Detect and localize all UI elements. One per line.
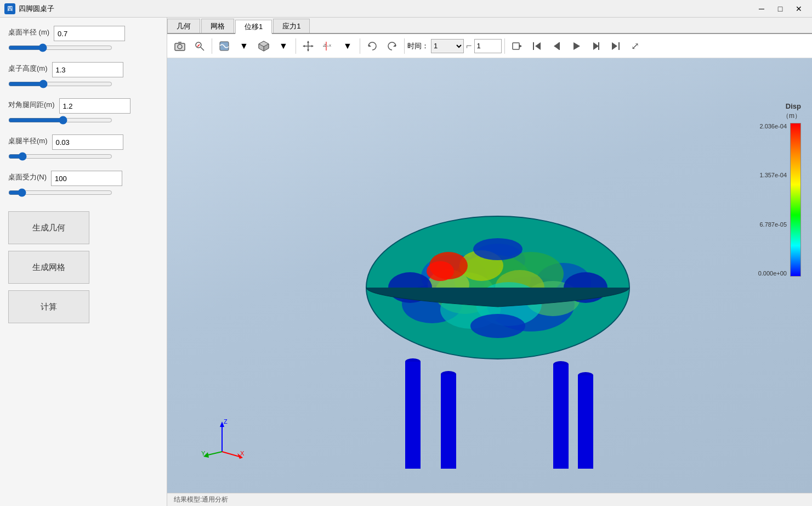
- time-label: 时间：: [407, 41, 429, 51]
- tab-displacement[interactable]: 位移1: [235, 20, 272, 34]
- param-leg-radius-input[interactable]: [52, 134, 123, 150]
- svg-text:x: x: [329, 43, 331, 48]
- step-input[interactable]: [474, 39, 502, 53]
- colorbar: Disp （m） 2.036e-04 1.357e-04 6.787e-05 0…: [785, 102, 801, 277]
- param-leg-distance-input[interactable]: [59, 98, 130, 114]
- param-load: 桌面受力(N): [8, 171, 158, 199]
- param-table-radius-slider[interactable]: [8, 43, 112, 52]
- param-leg-radius: 桌腿半径(m): [8, 134, 158, 163]
- svg-rect-38: [405, 362, 421, 469]
- svg-marker-15: [303, 45, 305, 47]
- close-button[interactable]: ✕: [790, 1, 808, 16]
- param-load-label: 桌面受力(N): [8, 172, 47, 182]
- param-table-height-input[interactable]: [52, 62, 123, 77]
- gen-mesh-button[interactable]: 生成网格: [8, 251, 89, 284]
- svg-point-68: [473, 238, 523, 260]
- param-table-height-label: 桌子高度(m): [8, 64, 48, 74]
- param-table-radius: 桌面半径 (m): [8, 26, 158, 54]
- tab-stress[interactable]: 应力1: [273, 19, 310, 33]
- param-table-radius-input[interactable]: [54, 26, 125, 41]
- rotate-dropdown[interactable]: ▼: [338, 37, 357, 55]
- param-table-radius-label: 桌面半径 (m): [8, 27, 49, 37]
- viewport: Z X Y Disp （m） 2.036e-04 1.357e-04: [167, 58, 812, 493]
- move-button[interactable]: [299, 37, 317, 55]
- search-button[interactable]: [190, 37, 209, 55]
- sep1: [212, 38, 212, 54]
- 3d-table-view: [279, 117, 662, 469]
- colorbar-mid-label: 1.357e-04: [759, 172, 787, 178]
- svg-point-67: [470, 314, 525, 338]
- left-panel: 桌面半径 (m) 桌子高度(m) 对角腿间距(m) 桌腿半径(m): [0, 18, 167, 506]
- sep2: [296, 38, 296, 54]
- statusbar: 结果模型:通用分析: [167, 493, 812, 506]
- step-back-button[interactable]: [547, 37, 566, 55]
- svg-text:Y: Y: [201, 450, 206, 457]
- status-text: 结果模型:通用分析: [174, 495, 228, 504]
- app-title: 四脚圆桌子: [19, 4, 54, 14]
- param-leg-distance: 对角腿间距(m): [8, 98, 158, 127]
- gen-geometry-button[interactable]: 生成几何: [8, 211, 89, 244]
- expand-button[interactable]: ⤢: [626, 37, 645, 55]
- param-leg-radius-slider[interactable]: [8, 152, 112, 161]
- titlebar: 四 四脚圆桌子 ─ □ ✕: [0, 0, 812, 18]
- titlebar-controls: ─ □ ✕: [753, 1, 808, 16]
- svg-marker-24: [519, 44, 522, 48]
- step-sep: ⌐: [466, 40, 472, 52]
- svg-marker-13: [307, 41, 309, 43]
- app-icon: 四: [4, 3, 15, 14]
- skip-start-button[interactable]: [527, 37, 546, 55]
- svg-marker-29: [573, 42, 580, 50]
- surface-button[interactable]: [215, 37, 234, 55]
- main-container: 桌面半径 (m) 桌子高度(m) 对角腿间距(m) 桌腿半径(m): [0, 18, 812, 506]
- svg-text:Z: Z: [224, 418, 228, 425]
- compute-button[interactable]: 计算: [8, 290, 89, 323]
- svg-rect-23: [513, 43, 519, 49]
- svg-rect-35: [553, 364, 569, 469]
- svg-marker-26: [535, 42, 541, 50]
- undo-button[interactable]: [383, 37, 401, 55]
- sep4: [404, 38, 405, 54]
- tab-bar: 几何 网格 位移1 应力1: [167, 18, 812, 34]
- param-table-height-slider[interactable]: [8, 80, 112, 88]
- svg-marker-22: [393, 44, 396, 47]
- param-load-slider[interactable]: [8, 188, 112, 197]
- time-control: 时间： 1 ⌐: [407, 39, 502, 53]
- svg-rect-44: [441, 374, 456, 469]
- svg-marker-27: [554, 42, 559, 50]
- param-load-input[interactable]: [51, 171, 122, 186]
- param-table-height: 桌子高度(m): [8, 62, 158, 91]
- camera-view-button[interactable]: [508, 37, 526, 55]
- svg-line-4: [201, 47, 204, 50]
- rotate-xy-button[interactable]: Z x: [319, 37, 337, 55]
- svg-rect-41: [578, 375, 593, 469]
- time-select[interactable]: 1: [431, 39, 464, 53]
- param-leg-radius-label: 桌腿半径(m): [8, 136, 48, 146]
- tab-geometry[interactable]: 几何: [167, 19, 200, 33]
- colorbar-low-label: 6.787e-05: [759, 221, 787, 228]
- sep5: [504, 38, 505, 54]
- colorbar-unit: （m）: [782, 111, 801, 121]
- toolbar: ▼ ▼: [167, 34, 812, 58]
- svg-point-64: [427, 261, 454, 281]
- play-button[interactable]: [567, 37, 586, 55]
- tab-mesh[interactable]: 网格: [201, 19, 234, 33]
- svg-marker-30: [593, 42, 599, 50]
- cube-button[interactable]: [254, 37, 273, 55]
- skip-end-button[interactable]: [606, 37, 625, 55]
- right-panel: 几何 网格 位移1 应力1: [167, 18, 812, 506]
- step-forward-button[interactable]: [587, 37, 605, 55]
- colorbar-max-label: 2.036e-04: [759, 123, 787, 130]
- camera-button[interactable]: [171, 37, 189, 55]
- surface-dropdown[interactable]: ▼: [235, 37, 253, 55]
- titlebar-left: 四 四脚圆桌子: [4, 3, 54, 14]
- param-leg-distance-slider[interactable]: [8, 116, 112, 125]
- maximize-button[interactable]: □: [771, 1, 789, 16]
- reset-button[interactable]: [363, 37, 382, 55]
- colorbar-gradient: [790, 123, 801, 277]
- svg-rect-2: [178, 42, 181, 44]
- cube-dropdown[interactable]: ▼: [274, 37, 293, 55]
- param-leg-distance-label: 对角腿间距(m): [8, 100, 55, 110]
- colorbar-min-label: 0.000e+00: [758, 270, 787, 277]
- minimize-button[interactable]: ─: [753, 1, 770, 16]
- svg-text:X: X: [240, 450, 244, 457]
